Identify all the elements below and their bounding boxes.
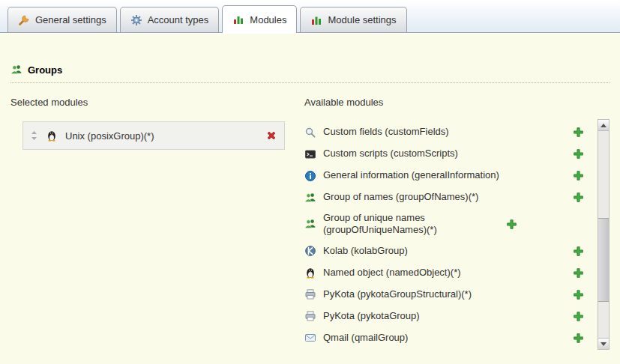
module-row: Kolab (kolabGroup) xyxy=(304,240,587,262)
add-module-button[interactable] xyxy=(573,333,584,344)
scrollbar-thumb[interactable] xyxy=(598,218,609,302)
arrow-up-icon xyxy=(601,124,607,127)
magnifier-icon xyxy=(304,127,316,139)
printer-icon xyxy=(304,288,316,300)
add-module-button[interactable] xyxy=(573,148,584,160)
penguin-icon xyxy=(304,267,316,279)
module-name: Qmail (qmailGroup) xyxy=(323,332,566,344)
selected-modules-heading: Selected modules xyxy=(10,97,304,108)
available-modules-list: Custom fields (customFields) Custom scri… xyxy=(304,121,610,349)
module-name: Group of names (groupOfNames)(*) xyxy=(323,191,566,203)
module-name: Kolab (kolabGroup) xyxy=(323,245,566,257)
add-module-button[interactable] xyxy=(573,127,584,138)
tab-modules[interactable]: Modules xyxy=(222,5,297,33)
scroll-up-button[interactable] xyxy=(598,120,609,131)
penguin-icon xyxy=(46,130,58,142)
module-name: PyKota (pykotaGroup) xyxy=(323,310,566,322)
section-header: Groups xyxy=(10,64,610,83)
add-module-button[interactable] xyxy=(573,311,584,322)
arrow-down-icon xyxy=(601,342,607,346)
module-name: Group of unique names (groupOfUniqueName… xyxy=(323,212,499,237)
printer-icon xyxy=(304,310,316,322)
module-name: General information (generalInformation) xyxy=(323,169,566,181)
drag-handle-icon[interactable] xyxy=(30,130,38,142)
group-icon xyxy=(304,218,316,230)
module-row: PyKota (pykotaGroup) xyxy=(304,306,587,327)
groups-icon xyxy=(10,64,22,76)
gear-icon xyxy=(130,14,142,26)
available-modules-heading: Available modules xyxy=(304,97,610,108)
modules-panel: Groups Selected modules xyxy=(0,34,620,364)
module-row: Custom scripts (customScripts) xyxy=(304,143,587,165)
tools-icon xyxy=(18,14,30,26)
selected-module-row[interactable]: Unix (posixGroup)(*) xyxy=(22,121,285,150)
add-module-button[interactable] xyxy=(573,192,584,203)
module-row: Group of unique names (groupOfUniqueName… xyxy=(304,208,587,240)
available-modules-scrollbar[interactable] xyxy=(598,119,610,350)
add-module-button[interactable] xyxy=(573,289,584,300)
module-row: Qmail (qmailGroup) xyxy=(304,327,587,349)
tab-label: Module settings xyxy=(328,14,396,25)
tab-label: General settings xyxy=(35,14,106,25)
section-title: Groups xyxy=(28,64,62,76)
tab-label: Modules xyxy=(250,14,286,25)
module-name: Named object (namedObject)(*) xyxy=(323,267,566,279)
info-icon xyxy=(304,170,316,182)
add-module-button[interactable] xyxy=(573,170,584,181)
scrollbar-track[interactable] xyxy=(598,131,609,338)
tab-module-settings[interactable]: Module settings xyxy=(300,7,406,32)
module-row: Group of names (groupOfNames)(*) xyxy=(304,186,587,208)
selected-modules-column: Selected modules xyxy=(10,97,304,349)
module-row: General information (generalInformation) xyxy=(304,165,587,186)
group-icon xyxy=(304,192,316,204)
add-module-button[interactable] xyxy=(573,267,584,279)
scroll-down-button[interactable] xyxy=(598,338,609,349)
mail-icon xyxy=(304,332,316,344)
module-name: PyKota (pykotaGroupStructural)(*) xyxy=(323,288,566,300)
module-row: Custom fields (customFields) xyxy=(304,121,587,143)
tab-label: Account types xyxy=(148,14,209,25)
tab-bar: General settings Account types xyxy=(0,0,620,33)
module-name: Custom fields (customFields) xyxy=(323,126,566,138)
module-name: Custom scripts (customScripts) xyxy=(323,148,566,160)
script-icon xyxy=(304,148,316,160)
add-module-button[interactable] xyxy=(573,246,584,257)
module-row: PyKota (pykotaGroupStructural)(*) xyxy=(304,284,587,306)
selected-module-name: Unix (posixGroup)(*) xyxy=(65,130,258,142)
available-modules-column: Available modules Custom fields (customF… xyxy=(304,97,610,349)
module-row: Named object (namedObject)(*) xyxy=(304,262,587,284)
remove-module-button[interactable] xyxy=(265,130,277,142)
add-module-button[interactable] xyxy=(506,219,517,230)
modules-icon xyxy=(232,13,244,25)
tab-general-settings[interactable]: General settings xyxy=(7,7,117,32)
kolab-icon xyxy=(304,245,316,257)
module-settings-icon xyxy=(310,14,322,26)
tab-account-types[interactable]: Account types xyxy=(120,7,220,32)
